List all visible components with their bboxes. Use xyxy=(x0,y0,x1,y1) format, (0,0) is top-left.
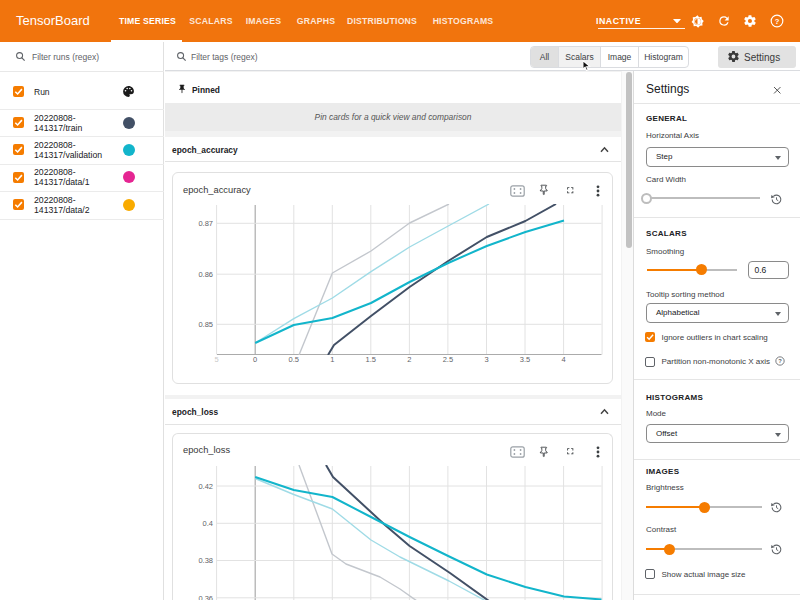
svg-text:?: ? xyxy=(774,17,779,26)
svg-text:?: ? xyxy=(778,358,782,364)
